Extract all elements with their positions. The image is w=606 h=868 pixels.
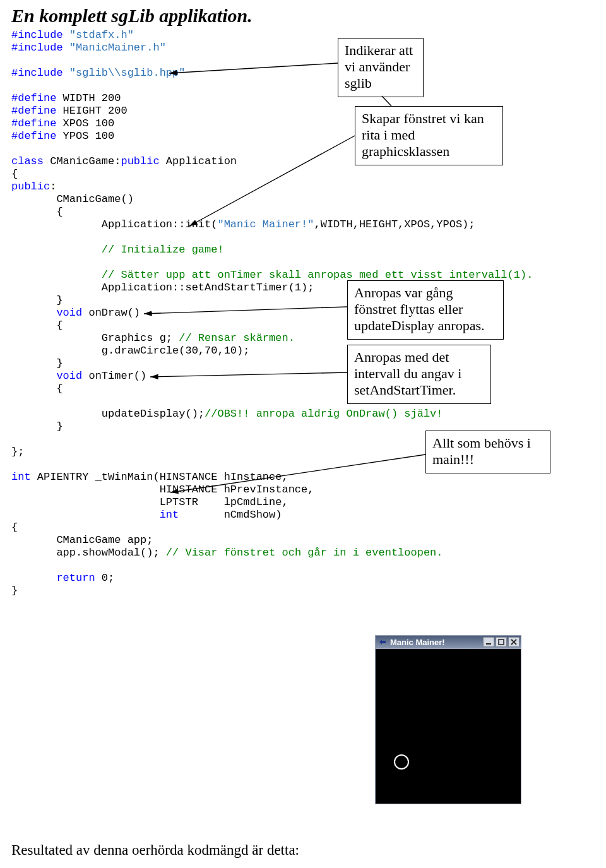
minimize-button[interactable] bbox=[483, 637, 494, 647]
code-line: CManicGame() bbox=[11, 193, 134, 205]
code-token: public bbox=[11, 181, 50, 193]
code-token: Application bbox=[160, 155, 237, 167]
window-client-area bbox=[375, 649, 521, 804]
code-token: : bbox=[50, 181, 56, 193]
code-token: #define bbox=[11, 105, 56, 117]
code-line: }; bbox=[11, 446, 24, 458]
code-token: int bbox=[11, 471, 31, 483]
code-token: Application::init( bbox=[11, 218, 217, 230]
code-line: LPTSTR lpCmdLine, bbox=[11, 496, 288, 508]
app-window: Manic Mainer! bbox=[375, 635, 521, 804]
callout-window: Skapar fönstret vi kanrita i medgraphics… bbox=[355, 106, 503, 165]
code-token: //OBS!! anropa aldrig OnDraw() själv! bbox=[205, 408, 443, 420]
code-line: // Initialize game! bbox=[11, 244, 224, 256]
code-line: Application::setAndStartTimer(1); bbox=[11, 282, 314, 294]
code-line: } bbox=[11, 420, 63, 432]
code-token: class bbox=[11, 155, 44, 167]
code-line: } bbox=[11, 585, 18, 597]
code-token: "stdafx.h" bbox=[63, 29, 134, 41]
code-token: app.showModal(); bbox=[11, 547, 166, 559]
code-token: return bbox=[56, 572, 95, 584]
code-token: #include bbox=[11, 29, 63, 41]
code-line: g.drawCircle(30,70,10); bbox=[11, 345, 249, 357]
code-line: // Sätter upp att onTimer skall anropas … bbox=[11, 269, 533, 281]
close-button[interactable] bbox=[508, 637, 520, 647]
code-token: Graphics g; bbox=[11, 332, 179, 344]
page-title: En komplett sgLib applikation. bbox=[11, 5, 252, 27]
svg-rect-7 bbox=[499, 639, 504, 645]
code-token: #define bbox=[11, 130, 56, 142]
code-line: { bbox=[11, 168, 18, 180]
svg-rect-6 bbox=[486, 643, 491, 645]
code-token: "Manic Mainer!" bbox=[217, 218, 314, 230]
code-line: { bbox=[11, 319, 63, 331]
window-buttons bbox=[483, 637, 520, 647]
code-token: CManicGame: bbox=[44, 155, 121, 167]
callout-ondraw: Anropas var gångfönstret flyttas ellerup… bbox=[347, 280, 504, 340]
code-line: } bbox=[11, 294, 63, 306]
code-token: void bbox=[56, 307, 82, 319]
code-token: #define bbox=[11, 92, 56, 104]
code-line: { bbox=[11, 521, 18, 533]
code-token: "ManicMainer.h" bbox=[63, 42, 166, 54]
code-token: 0; bbox=[95, 572, 115, 584]
code-token: // Visar fönstret och går in i eventloop… bbox=[166, 547, 443, 559]
code-token: WIDTH 200 bbox=[56, 92, 121, 104]
callout-sglib: Indikerar attvi användersglib bbox=[338, 38, 424, 97]
code-token: YPOS 100 bbox=[56, 130, 114, 142]
code-line: CManicGame app; bbox=[11, 534, 153, 546]
code-line: HINSTANCE hPrevInstance, bbox=[11, 484, 314, 496]
maximize-button[interactable] bbox=[496, 637, 507, 647]
code-token: APIENTRY _tWinMain(HINSTANCE hInstance, bbox=[31, 471, 288, 483]
app-icon bbox=[377, 637, 388, 647]
code-token bbox=[11, 572, 56, 584]
code-token: XPOS 100 bbox=[56, 117, 114, 129]
code-token: // Rensar skärmen. bbox=[179, 332, 295, 344]
result-caption: Resultated av denna oerhörda kodmängd är… bbox=[11, 842, 299, 859]
code-token: #include bbox=[11, 42, 63, 54]
code-token: updateDisplay(); bbox=[11, 408, 205, 420]
code-token: nCmdShow) bbox=[179, 509, 282, 521]
window-title: Manic Mainer! bbox=[390, 638, 483, 647]
code-token: public bbox=[121, 155, 159, 167]
drawn-circle bbox=[394, 754, 409, 770]
code-token: onTimer() bbox=[82, 370, 146, 382]
callout-main: Allt som behövs imain!!! bbox=[425, 431, 550, 473]
code-token: int bbox=[160, 509, 179, 521]
callout-ontimer: Anropas med detintervall du angav isetAn… bbox=[347, 345, 491, 404]
code-token bbox=[11, 509, 160, 521]
code-line: } bbox=[11, 357, 63, 369]
code-token: "sglib\\sglib.hpp" bbox=[63, 67, 186, 79]
code-token bbox=[11, 307, 56, 319]
code-token: HEIGHT 200 bbox=[56, 105, 127, 117]
code-token: onDraw() bbox=[82, 307, 140, 319]
code-token: #define bbox=[11, 117, 56, 129]
code-token bbox=[11, 370, 56, 382]
window-titlebar[interactable]: Manic Mainer! bbox=[375, 635, 521, 649]
code-line: { bbox=[11, 383, 63, 395]
code-token: void bbox=[56, 370, 82, 382]
code-token: ,WIDTH,HEIGHT,XPOS,YPOS); bbox=[314, 218, 475, 230]
code-line: { bbox=[11, 206, 63, 218]
code-token: #include bbox=[11, 67, 63, 79]
